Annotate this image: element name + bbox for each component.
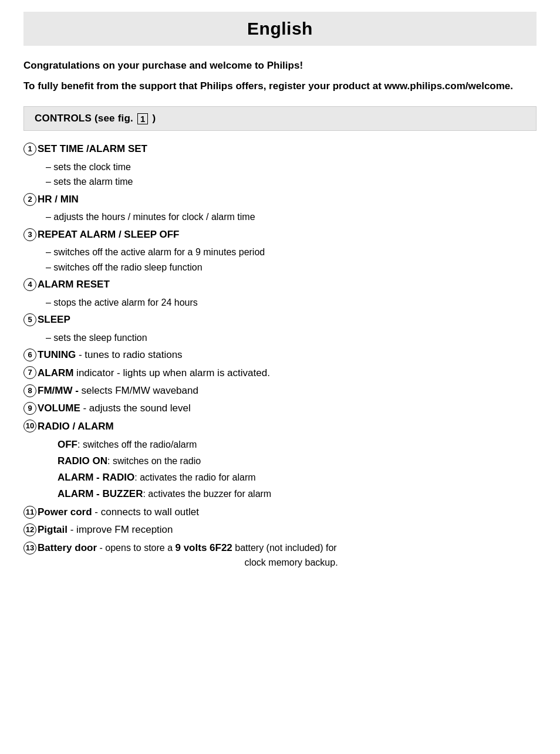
sub-list-5: sets the sleep function: [23, 330, 537, 346]
item-number-9: 9: [23, 402, 36, 415]
item-label-8: FM/MW -: [38, 385, 79, 396]
radio-alarm-row-2: ALARM - RADIO: activates the radio for a…: [58, 469, 537, 486]
intro-paragraph-2: To fully benefit from the support that P…: [23, 79, 537, 94]
item-10: 10RADIO / ALARM: [23, 419, 537, 434]
item-number-12: 12: [23, 523, 36, 536]
item-number-6: 6: [23, 349, 36, 361]
controls-bar: CONTROLS (see fig. 1 ): [23, 106, 537, 131]
battery-bold: 9 volts 6F22: [175, 542, 232, 553]
item-label-12: Pigtail: [38, 524, 68, 535]
item-number-5: 5: [23, 313, 36, 326]
item-sub-wrapper-1: sets the clock timesets the alarm time: [23, 160, 537, 190]
item-inline-7: indicator - lights up when alarm is acti…: [73, 367, 270, 378]
sub-item-5-0: sets the sleep function: [46, 330, 537, 346]
item-sub-wrapper-5: sets the sleep function: [23, 330, 537, 346]
item-11: 11Power cord - connects to wall outlet: [23, 505, 537, 520]
item-number-8: 8: [23, 384, 36, 397]
item-number-1: 1: [23, 143, 36, 155]
sub-item-1-0: sets the clock time: [46, 160, 537, 175]
item-13: 13Battery door - opens to store a 9 volt…: [23, 540, 537, 570]
item-1: 1SET TIME /ALARM SET: [23, 141, 537, 157]
item-inline-6: - tunes to radio stations: [76, 349, 182, 360]
item-inline-9: - adjusts the sound level: [80, 403, 191, 414]
item-3: 3REPEAT ALARM / SLEEP OFF: [23, 227, 537, 242]
controls-title: CONTROLS (see fig. 1 ): [35, 113, 156, 124]
battery-text: - opens to store a: [97, 543, 175, 553]
item-inline-8: selects FM/MW waveband: [79, 385, 198, 396]
item-label-1: SET TIME /ALARM SET: [38, 143, 147, 154]
battery-line2: clock memory backup.: [23, 556, 537, 570]
item-9: 9VOLUME - adjusts the sound level: [23, 401, 537, 416]
radio-alarm-val-3: : activates the buzzer for alarm: [143, 489, 271, 499]
item-label-2: HR / MIN: [38, 194, 79, 205]
item-number-11: 11: [23, 506, 36, 519]
item-label-4: ALARM RESET: [38, 279, 110, 290]
sub-item-3-0: switches off the active alarm for a 9 mi…: [46, 245, 537, 260]
intro-paragraph-1: Congratulations on your purchase and wel…: [23, 59, 537, 73]
sub-list-1: sets the clock timesets the alarm time: [23, 160, 537, 190]
item-4: 4ALARM RESET: [23, 277, 537, 292]
page-title: English: [35, 19, 525, 39]
item-label-5: SLEEP: [38, 314, 70, 325]
sub-item-4-0: stops the active alarm for 24 hours: [46, 295, 537, 310]
item-label-3: REPEAT ALARM / SLEEP OFF: [38, 229, 179, 240]
radio-alarm-key-2: ALARM - RADIO: [58, 472, 134, 483]
sub-list-2: adjusts the hours / minutes for clock / …: [23, 209, 537, 225]
page: English Congratulations on your purchase…: [0, 0, 560, 754]
radio-alarm-key-1: RADIO ON: [58, 455, 107, 466]
radio-alarm-row-1: RADIO ON: switches on the radio: [58, 453, 537, 469]
item-inline-12: - improve FM reception: [68, 524, 173, 535]
sub-item-1-1: sets the alarm time: [46, 174, 537, 190]
radio-alarm-key-0: OFF: [58, 439, 77, 450]
item-number-10: 10: [23, 420, 36, 432]
item-number-4: 4: [23, 278, 36, 291]
item-label-11: Power cord: [38, 506, 92, 518]
item-number-2: 2: [23, 193, 36, 206]
item-sub-wrapper-3: switches off the active alarm for a 9 mi…: [23, 245, 537, 275]
item-list: 1SET TIME /ALARM SETsets the clock times…: [23, 141, 537, 570]
sub-list-4: stops the active alarm for 24 hours: [23, 295, 537, 310]
radio-alarm-val-2: : activates the radio for alarm: [134, 472, 255, 482]
item-12: 12Pigtail - improve FM reception: [23, 522, 537, 537]
radio-alarm-val-1: : switches on the radio: [107, 456, 201, 466]
item-sub-wrapper-4: stops the active alarm for 24 hours: [23, 295, 537, 310]
sub-item-3-1: switches off the radio sleep function: [46, 260, 537, 275]
fig-number: 1: [137, 113, 149, 124]
radio-alarm-subs: OFF: switches off the radio/alarmRADIO O…: [23, 437, 537, 502]
item-number-7: 7: [23, 366, 36, 379]
item-inline-11: - connects to wall outlet: [92, 506, 199, 518]
item-7: 7ALARM indicator - lights up when alarm …: [23, 366, 537, 381]
battery-end: battery (not included) for: [232, 543, 337, 553]
item-5: 5SLEEP: [23, 312, 537, 327]
sub-item-2-0: adjusts the hours / minutes for clock / …: [46, 209, 537, 225]
radio-alarm-sub-container: OFF: switches off the radio/alarmRADIO O…: [23, 437, 537, 502]
radio-alarm-row-3: ALARM - BUZZER: activates the buzzer for…: [58, 486, 537, 502]
item-label-9: VOLUME: [38, 403, 80, 414]
item-sub-wrapper-2: adjusts the hours / minutes for clock / …: [23, 209, 537, 225]
radio-alarm-val-0: : switches off the radio/alarm: [77, 439, 197, 449]
radio-alarm-key-3: ALARM - BUZZER: [58, 488, 143, 499]
item-8: 8FM/MW - selects FM/MW waveband: [23, 383, 537, 398]
radio-alarm-row-0: OFF: switches off the radio/alarm: [58, 437, 537, 453]
item-label-10: RADIO / ALARM: [38, 421, 114, 432]
item-label-13: Battery door: [38, 542, 97, 553]
sub-list-3: switches off the active alarm for a 9 mi…: [23, 245, 537, 275]
item-label-6: TUNING: [38, 349, 76, 360]
item-2: 2HR / MIN: [23, 192, 537, 207]
item-number-3: 3: [23, 228, 36, 241]
title-bar: English: [23, 12, 537, 46]
item-6: 6TUNING - tunes to radio stations: [23, 347, 537, 363]
item-label-7: ALARM: [38, 367, 73, 378]
item-number-13: 13: [23, 542, 36, 554]
